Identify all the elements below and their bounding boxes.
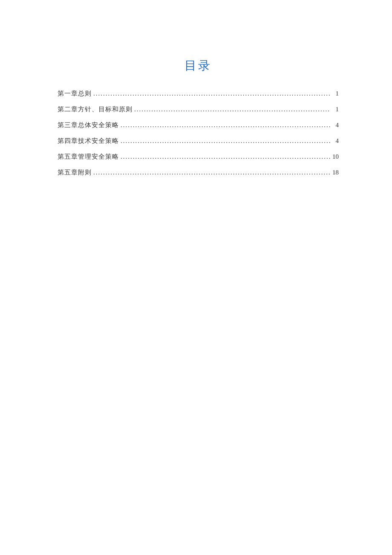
toc-entry-label: 第四章技术安全策略 (58, 137, 119, 145)
toc-leader-dots (119, 152, 330, 161)
toc-leader-dots (119, 121, 330, 130)
toc-entry-page: 1 (330, 89, 339, 98)
toc-entry-page: 18 (330, 168, 339, 177)
toc-entry-label: 第五章附则 (58, 168, 92, 177)
toc-leader-dots (92, 168, 330, 177)
toc-leader-dots (133, 105, 330, 114)
toc-entry: 第五章附则 18 (58, 168, 339, 177)
document-page: 目录 第一章总则 1 第二章方针、目标和原则 1 第三章总体安全策略 4 第四章… (0, 0, 392, 177)
toc-entry-label: 第一章总则 (58, 89, 92, 98)
toc-entry: 第一章总则 1 (58, 89, 339, 98)
toc-entry-label: 第五章管理安全策略 (58, 152, 119, 161)
toc-entry: 第五章管理安全策略 10 (58, 152, 339, 161)
toc-title: 目录 (58, 58, 339, 74)
toc-entry: 第三章总体安全策略 4 (58, 121, 339, 130)
toc-entry-page: 1 (330, 105, 339, 114)
toc-entry-page: 4 (330, 137, 339, 145)
toc-entry-label: 第三章总体安全策略 (58, 121, 119, 130)
toc-leader-dots (92, 89, 330, 98)
toc-entry: 第二章方针、目标和原则 1 (58, 105, 339, 114)
toc-leader-dots (119, 137, 330, 145)
toc-entry-page: 4 (330, 121, 339, 130)
toc-entry-page: 10 (330, 152, 339, 161)
toc-entry-label: 第二章方针、目标和原则 (58, 105, 133, 114)
toc-entry: 第四章技术安全策略 4 (58, 137, 339, 145)
toc-list: 第一章总则 1 第二章方针、目标和原则 1 第三章总体安全策略 4 第四章技术安… (58, 89, 339, 177)
